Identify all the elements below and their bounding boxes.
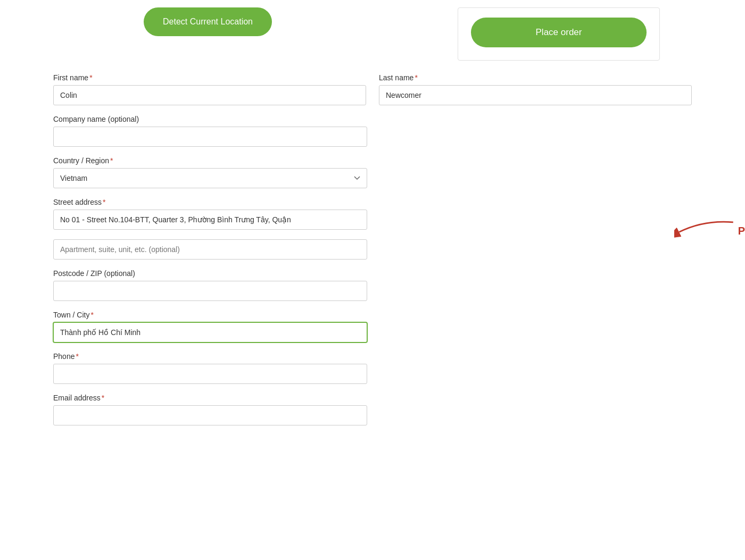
place-order-button[interactable]: Place order xyxy=(471,18,647,47)
page-wrapper: Detect Current Location Place order Firs… xyxy=(0,0,745,560)
last-name-input[interactable] xyxy=(379,85,692,105)
first-name-group: First name* xyxy=(53,73,366,105)
country-select[interactable]: Vietnam xyxy=(53,168,367,188)
first-name-label: First name* xyxy=(53,73,366,82)
country-group: Country / Region* Vietnam xyxy=(53,156,367,188)
email-label: Email address* xyxy=(53,394,367,402)
annotation-area: Pre-filled from the map pin xyxy=(53,210,692,230)
arrow-annotation: Pre-filled from the map pin xyxy=(674,215,745,247)
email-required: * xyxy=(102,394,104,402)
town-required: * xyxy=(90,311,93,319)
postcode-label: Postcode / ZIP (optional) xyxy=(53,269,367,278)
form-section: First name* Last name* Company name (opt… xyxy=(0,68,745,456)
detect-location-button[interactable]: Detect Current Location xyxy=(144,7,272,36)
place-order-box: Place order xyxy=(458,7,660,61)
top-bar: Detect Current Location Place order xyxy=(0,0,745,68)
country-required: * xyxy=(110,156,113,165)
company-name-input[interactable] xyxy=(53,127,367,147)
last-name-required: * xyxy=(415,73,417,82)
arrow-icon xyxy=(674,215,738,247)
phone-required: * xyxy=(76,352,78,361)
last-name-group: Last name* xyxy=(379,73,692,105)
phone-label: Phone* xyxy=(53,352,367,361)
street-address-input[interactable] xyxy=(53,210,367,230)
street-address-label: Street address* xyxy=(53,198,692,206)
country-label: Country / Region* xyxy=(53,156,367,165)
first-name-required: * xyxy=(89,73,92,82)
town-group: Town / City* xyxy=(53,311,367,342)
apartment-group xyxy=(53,239,367,260)
name-row: First name* Last name* xyxy=(53,73,692,115)
place-order-area: Place order xyxy=(458,7,660,61)
company-name-label: Company name (optional) xyxy=(53,115,367,123)
apartment-input[interactable] xyxy=(53,239,367,260)
street-required: * xyxy=(103,198,105,206)
postcode-group: Postcode / ZIP (optional) xyxy=(53,269,367,301)
first-name-input[interactable] xyxy=(53,85,366,105)
town-label: Town / City* xyxy=(53,311,367,319)
annotation-text: Pre-filled from the map pin xyxy=(738,225,745,237)
phone-input[interactable] xyxy=(53,364,367,384)
last-name-label: Last name* xyxy=(379,73,692,82)
email-input[interactable] xyxy=(53,405,367,425)
phone-group: Phone* xyxy=(53,352,367,384)
postcode-input[interactable] xyxy=(53,281,367,301)
company-name-group: Company name (optional) xyxy=(53,115,367,147)
town-input[interactable] xyxy=(53,322,367,342)
street-address-group: Street address* Pre-filled f xyxy=(53,198,692,230)
email-group: Email address* xyxy=(53,394,367,425)
